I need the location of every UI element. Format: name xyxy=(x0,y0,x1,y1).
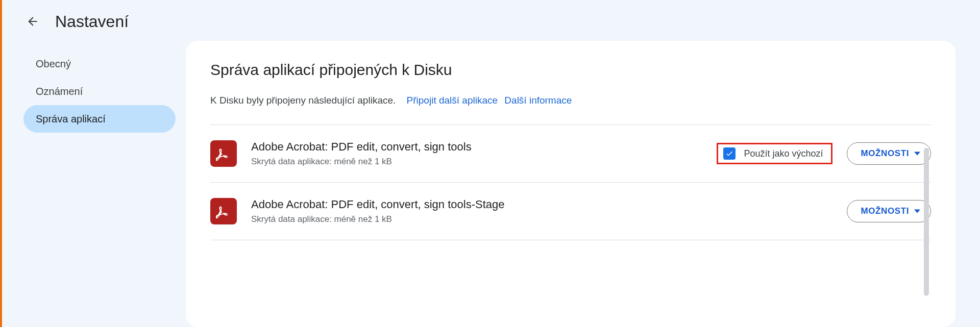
options-button[interactable]: MOŽNOSTI xyxy=(847,142,931,165)
acrobat-icon xyxy=(210,140,237,167)
sidebar-item-notifications[interactable]: Oznámení xyxy=(23,78,176,105)
app-name: Adobe Acrobat: PDF edit, convert, sign t… xyxy=(251,198,832,211)
sidebar: Obecný Oznámení Správa aplikací xyxy=(2,41,186,327)
panel-title: Správa aplikací připojených k Disku xyxy=(210,61,931,79)
options-button-label: MOŽNOSTI xyxy=(861,206,909,216)
check-icon xyxy=(725,149,733,158)
options-button[interactable]: MOŽNOSTI xyxy=(847,200,931,222)
app-subtitle: Skrytá data aplikace: méně než 1 kB xyxy=(251,214,832,224)
back-button[interactable] xyxy=(22,11,43,32)
app-name: Adobe Acrobat: PDF edit, convert, sign t… xyxy=(251,140,702,154)
use-as-default-group: Použít jako výchozí xyxy=(717,143,832,164)
use-as-default-label: Použít jako výchozí xyxy=(744,148,823,159)
acrobat-icon xyxy=(210,198,237,224)
sidebar-item-label: Obecný xyxy=(36,58,71,70)
panel-intro: K Disku byly připojeny následující aplik… xyxy=(210,95,931,106)
chevron-down-icon xyxy=(914,208,920,214)
divider xyxy=(210,240,931,240)
header: Nastavení xyxy=(2,0,980,41)
sidebar-item-label: Správa aplikací xyxy=(36,113,106,125)
sidebar-item-label: Oznámení xyxy=(36,86,83,97)
learn-more-link[interactable]: Další informace xyxy=(504,95,572,106)
app-subtitle: Skrytá data aplikace: méně než 1 kB xyxy=(251,157,702,167)
sidebar-item-general[interactable]: Obecný xyxy=(23,50,176,78)
options-button-label: MOŽNOSTI xyxy=(861,148,909,159)
page-title: Nastavení xyxy=(55,12,129,31)
connect-more-apps-link[interactable]: Připojit další aplikace xyxy=(407,95,498,106)
chevron-down-icon xyxy=(914,150,920,157)
app-row: Adobe Acrobat: PDF edit, convert, sign t… xyxy=(210,183,931,240)
arrow-left-icon xyxy=(26,15,39,28)
content-panel: Správa aplikací připojených k Disku K Di… xyxy=(186,41,955,327)
intro-text: K Disku byly připojeny následující aplik… xyxy=(210,95,396,106)
sidebar-item-manage-apps[interactable]: Správa aplikací xyxy=(23,105,176,133)
use-as-default-checkbox[interactable] xyxy=(723,147,736,160)
app-row: Adobe Acrobat: PDF edit, convert, sign t… xyxy=(210,125,931,182)
scrollbar[interactable] xyxy=(924,148,929,296)
